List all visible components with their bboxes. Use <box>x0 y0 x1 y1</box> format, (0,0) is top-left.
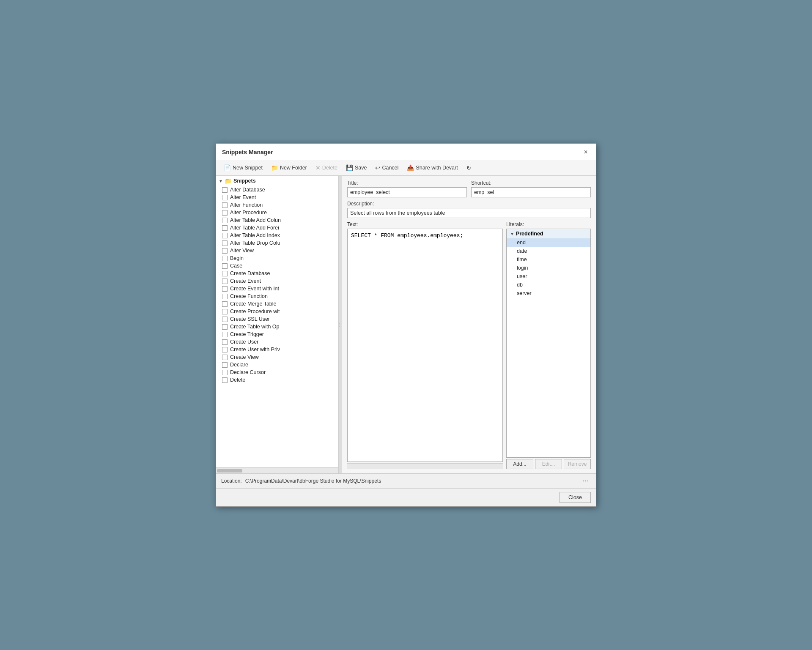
add-literal-button[interactable]: Add... <box>506 459 533 469</box>
checkbox-declare[interactable] <box>222 362 228 368</box>
list-item[interactable]: Create Event <box>216 277 338 285</box>
literal-item-server[interactable]: server <box>507 289 590 298</box>
right-panel: Title: Shortcut: Description: Text: <box>342 176 596 473</box>
checkbox-create-event-with-int[interactable] <box>222 286 228 292</box>
list-item[interactable]: Alter Procedure <box>216 209 338 216</box>
item-label: Create Procedure wit <box>230 309 280 314</box>
literal-item-user[interactable]: user <box>507 272 590 281</box>
item-label: Declare Cursor <box>230 369 266 375</box>
list-item[interactable]: Alter Database <box>216 186 338 194</box>
literal-name: date <box>517 248 527 254</box>
cancel-button[interactable]: ↩ Cancel <box>372 163 402 173</box>
refresh-button[interactable]: ↻ <box>463 163 475 173</box>
more-options-button[interactable]: ··· <box>580 476 591 486</box>
title-label: Title: <box>347 180 467 186</box>
checkbox-create-merge-table[interactable] <box>222 301 228 307</box>
resize-handle[interactable]: ⋮⋮ <box>339 176 342 473</box>
list-item[interactable]: Alter Table Add Index <box>216 232 338 239</box>
text-editor-wrapper: SELECT * FROM employees.employees; <box>347 229 503 462</box>
edit-literal-button[interactable]: Edit... <box>535 459 562 469</box>
new-snippet-button[interactable]: 📄 New Snippet <box>220 163 266 173</box>
list-item[interactable]: Alter Event <box>216 194 338 201</box>
checkbox-alter-function[interactable] <box>222 202 228 208</box>
shortcut-input[interactable] <box>471 187 591 197</box>
literal-item-login[interactable]: login <box>507 264 590 272</box>
list-item[interactable]: Create User <box>216 338 338 346</box>
checkbox-begin[interactable] <box>222 256 228 261</box>
remove-literal-button[interactable]: Remove <box>564 459 591 469</box>
text-horizontal-scrollbar[interactable] <box>347 463 503 469</box>
literal-item-date[interactable]: date <box>507 247 590 255</box>
list-item[interactable]: Create Procedure wit <box>216 308 338 315</box>
literals-tree[interactable]: ▼ Predefined end date time <box>506 229 591 458</box>
checkbox-create-view[interactable] <box>222 355 228 360</box>
list-item[interactable]: Declare <box>216 361 338 369</box>
checkbox-alter-view[interactable] <box>222 248 228 254</box>
list-item[interactable]: Delete <box>216 376 338 384</box>
delete-button[interactable]: ✕ Delete <box>312 163 341 173</box>
main-content: ▼ 📁 Snippets Alter Database Alter Event <box>216 176 596 473</box>
list-item[interactable]: Begin <box>216 254 338 262</box>
checkbox-alter-table-add-index[interactable] <box>222 233 228 238</box>
share-button[interactable]: 📤 Share with Devart <box>403 163 461 173</box>
list-item[interactable]: Alter View <box>216 247 338 254</box>
literal-name: db <box>517 282 523 288</box>
checkbox-create-database[interactable] <box>222 271 228 276</box>
tree-root[interactable]: ▼ 📁 Snippets <box>216 176 338 186</box>
checkbox-create-function[interactable] <box>222 294 228 299</box>
save-button[interactable]: 💾 Save <box>343 163 370 173</box>
checkbox-case[interactable] <box>222 263 228 269</box>
list-item[interactable]: Create Merge Table <box>216 300 338 308</box>
checkbox-alter-database[interactable] <box>222 187 228 193</box>
window-close-button[interactable]: × <box>582 148 590 156</box>
dialog-title: Snippets Manager <box>222 149 273 156</box>
checkbox-alter-procedure[interactable] <box>222 210 228 216</box>
checkbox-alter-event[interactable] <box>222 195 228 200</box>
list-item[interactable]: Create SSL User <box>216 315 338 323</box>
list-item[interactable]: Create User with Priv <box>216 346 338 353</box>
close-dialog-button[interactable]: Close <box>560 492 591 503</box>
checkbox-delete[interactable] <box>222 377 228 383</box>
description-input[interactable] <box>347 208 591 218</box>
literal-item-time[interactable]: time <box>507 255 590 264</box>
literal-name: login <box>517 265 528 271</box>
code-editor[interactable]: SELECT * FROM employees.employees; <box>348 229 502 462</box>
checkbox-alter-table-add-column[interactable] <box>222 218 228 223</box>
list-item[interactable]: Create Database <box>216 270 338 277</box>
predefined-section-header[interactable]: ▼ Predefined <box>507 229 590 238</box>
list-item[interactable]: Alter Table Drop Colu <box>216 239 338 247</box>
literal-item-db[interactable]: db <box>507 281 590 289</box>
literals-container: Literals: ▼ Predefined end date <box>506 221 591 469</box>
list-item[interactable]: Create Function <box>216 292 338 300</box>
list-item[interactable]: Declare Cursor <box>216 369 338 376</box>
list-item[interactable]: Alter Table Add Colun <box>216 216 338 224</box>
checkbox-create-trigger[interactable] <box>222 332 228 337</box>
list-item[interactable]: Create Event with Int <box>216 285 338 292</box>
checkbox-alter-table-drop-column[interactable] <box>222 240 228 246</box>
list-item[interactable]: Case <box>216 262 338 270</box>
item-label: Create Event with Int <box>230 286 279 292</box>
horizontal-scrollbar[interactable] <box>216 467 338 473</box>
item-label: Alter Table Add Forei <box>230 225 279 231</box>
list-item[interactable]: Create Table with Op <box>216 323 338 330</box>
new-folder-button[interactable]: 📁 New Folder <box>268 163 310 173</box>
list-item[interactable]: Alter Function <box>216 201 338 209</box>
checkbox-create-user[interactable] <box>222 339 228 345</box>
title-input[interactable] <box>347 187 467 197</box>
tree-container[interactable]: ▼ 📁 Snippets Alter Database Alter Event <box>216 176 338 467</box>
checkbox-create-event[interactable] <box>222 279 228 284</box>
description-label: Description: <box>347 201 591 207</box>
checkbox-alter-table-add-foreign[interactable] <box>222 225 228 231</box>
checkbox-create-procedure[interactable] <box>222 309 228 314</box>
item-label: Begin <box>230 255 244 261</box>
checkbox-create-user-priv[interactable] <box>222 347 228 352</box>
list-item[interactable]: Create View <box>216 353 338 361</box>
delete-label: Delete <box>322 165 337 171</box>
list-item[interactable]: Create Trigger <box>216 330 338 338</box>
predefined-expand-icon: ▼ <box>510 232 514 236</box>
checkbox-create-table[interactable] <box>222 324 228 330</box>
list-item[interactable]: Alter Table Add Forei <box>216 224 338 232</box>
checkbox-declare-cursor[interactable] <box>222 370 228 375</box>
checkbox-create-ssl-user[interactable] <box>222 317 228 322</box>
literal-item-end[interactable]: end <box>507 238 590 247</box>
